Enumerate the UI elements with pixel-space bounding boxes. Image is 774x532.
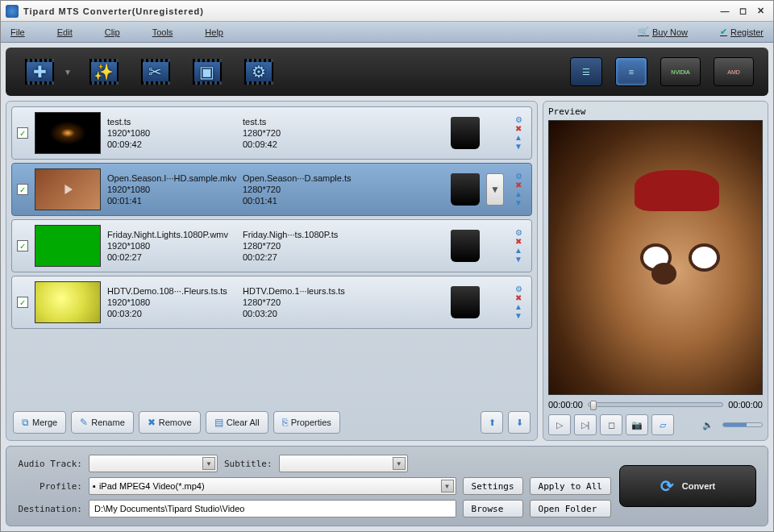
destination-field[interactable]: D:\My Documents\Tipard Studio\Video: [89, 500, 456, 517]
plus-icon: ✚: [33, 62, 47, 81]
crop-button[interactable]: ▣: [188, 55, 227, 89]
source-info: test.ts 1920*1080 00:09:42: [107, 117, 236, 149]
thumbnail: [35, 281, 101, 323]
item-delete-icon[interactable]: ✖: [515, 238, 522, 246]
time-current: 00:00:00: [548, 400, 583, 409]
file-item[interactable]: ✓ test.ts 1920*1080 00:09:42 test.ts 128…: [11, 106, 532, 160]
close-button[interactable]: ✕: [752, 5, 768, 18]
maximize-button[interactable]: ◻: [734, 5, 751, 18]
subtitle-combo[interactable]: ▼: [279, 455, 408, 472]
snapshot-button[interactable]: 📷: [626, 414, 648, 435]
toolbar: ✚ ▼ ✨ ✂ ▣ ⚙ ☰ ≡ NVIDIA AMD: [6, 48, 768, 96]
rename-button[interactable]: ✎Rename: [71, 411, 134, 434]
titlebar: Tipard MTS Converter(Unregistered) — ◻ ✕: [1, 1, 773, 22]
move-up-button[interactable]: ⬆: [481, 411, 503, 434]
add-file-button[interactable]: ✚: [20, 55, 59, 89]
dest-duration: 00:01:41: [243, 196, 364, 206]
checkbox[interactable]: ✓: [17, 127, 28, 139]
file-item[interactable]: ✓ Open.Season.I···HD.sample.mkv 1920*108…: [11, 163, 532, 216]
volume-icon[interactable]: 🔈: [697, 414, 719, 435]
device-dropdown[interactable]: ▼: [486, 173, 504, 206]
trim-button[interactable]: ✂: [136, 55, 175, 89]
stop-button[interactable]: ◻: [600, 414, 622, 435]
amd-badge[interactable]: AMD: [714, 57, 754, 86]
source-name: Open.Season.I···HD.sample.mkv: [107, 173, 236, 183]
effect-button[interactable]: ✨: [85, 55, 123, 89]
remove-button[interactable]: ✖Remove: [139, 411, 201, 434]
device-icon: [451, 117, 480, 149]
item-down-icon[interactable]: ▼: [514, 199, 522, 207]
buy-label: Buy Now: [652, 27, 688, 37]
item-settings-icon[interactable]: ⚙: [515, 229, 522, 237]
item-settings-icon[interactable]: ⚙: [515, 172, 522, 181]
item-delete-icon[interactable]: ✖: [515, 181, 522, 189]
dest-duration: 00:09:42: [243, 139, 364, 149]
item-up-icon[interactable]: ▲: [514, 247, 522, 255]
apply-all-button[interactable]: Apply to All: [530, 477, 611, 495]
profile-value: iPad MPEG4 Video(*.mp4): [99, 481, 205, 491]
seek-slider[interactable]: [588, 402, 723, 407]
item-down-icon[interactable]: ▼: [514, 143, 522, 151]
nvidia-badge[interactable]: NVIDIA: [660, 57, 701, 86]
seek-handle[interactable]: [590, 401, 597, 410]
register-link[interactable]: ✔Register: [720, 27, 764, 37]
device-icon: [451, 230, 480, 262]
menu-edit[interactable]: Edit: [57, 27, 73, 37]
clear-all-button[interactable]: ▤Clear All: [206, 411, 268, 434]
volume-slider[interactable]: [722, 422, 763, 427]
register-label: Register: [730, 27, 764, 37]
list-icon: ☰: [582, 67, 590, 77]
settings-button[interactable]: Settings: [463, 477, 523, 495]
destination-value: D:\My Documents\Tipard Studio\Video: [94, 504, 244, 513]
play-button[interactable]: ▷: [548, 414, 571, 435]
merge-button[interactable]: ⧉Merge: [13, 411, 66, 434]
menu-file[interactable]: File: [10, 27, 25, 37]
item-settings-icon[interactable]: ⚙: [515, 116, 522, 124]
add-dropdown-icon[interactable]: ▼: [64, 68, 72, 77]
list-view-button[interactable]: ☰: [570, 57, 602, 86]
detail-view-button[interactable]: ≡: [615, 57, 647, 86]
menubar: File Edit Clip Tools Help 🛒Buy Now ✔Regi…: [1, 22, 773, 43]
time-bar: 00:00:00 00:00:00: [548, 400, 763, 409]
source-resolution: 1920*1080: [107, 128, 236, 138]
wand-icon: ✨: [94, 62, 114, 81]
item-delete-icon[interactable]: ✖: [515, 294, 522, 302]
checkbox[interactable]: ✓: [17, 240, 28, 251]
item-down-icon[interactable]: ▼: [514, 312, 522, 320]
menu-tools[interactable]: Tools: [152, 27, 173, 37]
merge-label: Merge: [32, 418, 57, 427]
app-icon: [6, 5, 19, 18]
fullscreen-button[interactable]: ▱: [651, 414, 674, 435]
move-down-button[interactable]: ⬇: [508, 411, 531, 434]
menu-clip[interactable]: Clip: [105, 27, 120, 37]
crop-icon: ▣: [199, 62, 214, 81]
browse-button[interactable]: Browse: [463, 500, 523, 517]
checkbox[interactable]: ✓: [17, 184, 28, 195]
settings-button[interactable]: ⚙: [239, 55, 278, 89]
thumbnail: [35, 112, 101, 154]
checkbox[interactable]: ✓: [17, 297, 28, 308]
audio-track-combo[interactable]: ▼: [89, 455, 218, 472]
item-up-icon[interactable]: ▲: [514, 303, 522, 311]
file-item[interactable]: ✓ HDTV.Demo.108···.Fleurs.ts.ts 1920*108…: [11, 276, 532, 329]
item-down-icon[interactable]: ▼: [514, 256, 522, 264]
properties-button[interactable]: ⎘Properties: [273, 411, 340, 434]
file-item[interactable]: ✓ Friday.Night.Lights.1080P.wmv 1920*108…: [11, 219, 532, 272]
gear-icon: ⚙: [252, 62, 266, 81]
bars-icon: ≡: [629, 67, 634, 77]
buy-now-link[interactable]: 🛒Buy Now: [638, 27, 688, 37]
item-delete-icon[interactable]: ✖: [515, 125, 522, 133]
list-actions: ⧉Merge ✎Rename ✖Remove ▤Clear All ⎘Prope…: [11, 406, 532, 435]
minimize-button[interactable]: —: [717, 5, 733, 18]
menu-help[interactable]: Help: [205, 27, 223, 37]
item-up-icon[interactable]: ▲: [514, 190, 522, 198]
source-resolution: 1920*1080: [107, 297, 236, 307]
source-resolution: 1920*1080: [107, 241, 236, 251]
convert-label: Convert: [682, 481, 716, 491]
item-up-icon[interactable]: ▲: [514, 134, 522, 142]
convert-button[interactable]: ⟳ Convert: [619, 465, 756, 507]
profile-combo[interactable]: ▪iPad MPEG4 Video(*.mp4)▼: [89, 477, 456, 495]
open-folder-button[interactable]: Open Folder: [530, 500, 611, 517]
item-settings-icon[interactable]: ⚙: [515, 285, 522, 293]
step-button[interactable]: ▷|: [574, 414, 597, 435]
